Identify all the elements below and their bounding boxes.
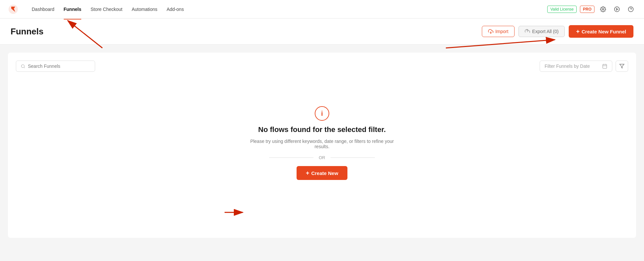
filter-icon bbox=[619, 64, 625, 69]
nav-links: Dashboard Funnels Store Checkout Automat… bbox=[32, 5, 537, 13]
empty-state: i No flows found for the selected filter… bbox=[16, 80, 628, 206]
header-actions: Import Export All (0) + Create New Funne… bbox=[482, 25, 633, 38]
nav-funnels[interactable]: Funnels bbox=[64, 5, 82, 13]
or-text: OR bbox=[319, 155, 325, 160]
nav-automations[interactable]: Automations bbox=[132, 5, 158, 13]
navbar: Dashboard Funnels Store Checkout Automat… bbox=[0, 0, 644, 19]
svg-rect-10 bbox=[603, 65, 607, 68]
import-button[interactable]: Import bbox=[482, 26, 515, 37]
svg-point-1 bbox=[602, 8, 604, 10]
settings-button[interactable] bbox=[598, 4, 608, 15]
date-filter-label: Filter Funnels by Date bbox=[545, 64, 599, 69]
search-filter-row: Filter Funnels by Date bbox=[16, 61, 628, 72]
content-card: Filter Funnels by Date i No flows found … bbox=[8, 53, 636, 238]
svg-point-8 bbox=[21, 65, 24, 67]
help-icon bbox=[628, 6, 634, 12]
logo[interactable] bbox=[8, 4, 18, 15]
play-button[interactable] bbox=[612, 4, 622, 15]
svg-point-2 bbox=[615, 7, 620, 12]
create-new-button[interactable]: + Create New bbox=[297, 166, 347, 180]
navbar-right: Valid License PRO bbox=[547, 4, 636, 15]
empty-subtitle: Please try using different keywords, dat… bbox=[243, 139, 401, 149]
info-icon: i bbox=[315, 106, 329, 121]
nav-store-checkout[interactable]: Store Checkout bbox=[90, 5, 123, 13]
search-input[interactable] bbox=[28, 64, 90, 69]
page-title: Funnels bbox=[11, 26, 44, 37]
calendar-icon bbox=[602, 64, 607, 69]
plus-icon: + bbox=[576, 28, 580, 34]
plus-icon-2: + bbox=[306, 170, 309, 176]
nav-add-ons[interactable]: Add-ons bbox=[167, 5, 184, 13]
export-icon bbox=[525, 29, 530, 34]
gear-icon bbox=[600, 6, 606, 12]
filter-right: Filter Funnels by Date bbox=[540, 61, 628, 72]
svg-marker-3 bbox=[617, 8, 618, 10]
search-icon bbox=[21, 64, 25, 69]
svg-marker-14 bbox=[620, 64, 624, 68]
svg-line-9 bbox=[24, 67, 24, 68]
import-icon bbox=[488, 29, 493, 34]
or-divider: OR bbox=[269, 155, 375, 160]
valid-license-badge: Valid License bbox=[547, 6, 577, 13]
search-box[interactable] bbox=[16, 61, 95, 72]
nav-dashboard[interactable]: Dashboard bbox=[32, 5, 54, 13]
play-icon bbox=[614, 6, 620, 12]
create-funnel-button[interactable]: + Create New Funnel bbox=[569, 25, 633, 38]
export-button[interactable]: Export All (0) bbox=[519, 26, 565, 37]
date-filter[interactable]: Filter Funnels by Date bbox=[540, 61, 612, 72]
help-button[interactable] bbox=[626, 4, 636, 15]
main-content: Filter Funnels by Date i No flows found … bbox=[0, 45, 644, 261]
empty-title: No flows found for the selected filter. bbox=[258, 125, 386, 134]
pro-badge: PRO bbox=[580, 6, 594, 13]
page-header: Funnels Import Export All (0) + Create N… bbox=[0, 19, 644, 45]
filter-button[interactable] bbox=[616, 61, 628, 72]
